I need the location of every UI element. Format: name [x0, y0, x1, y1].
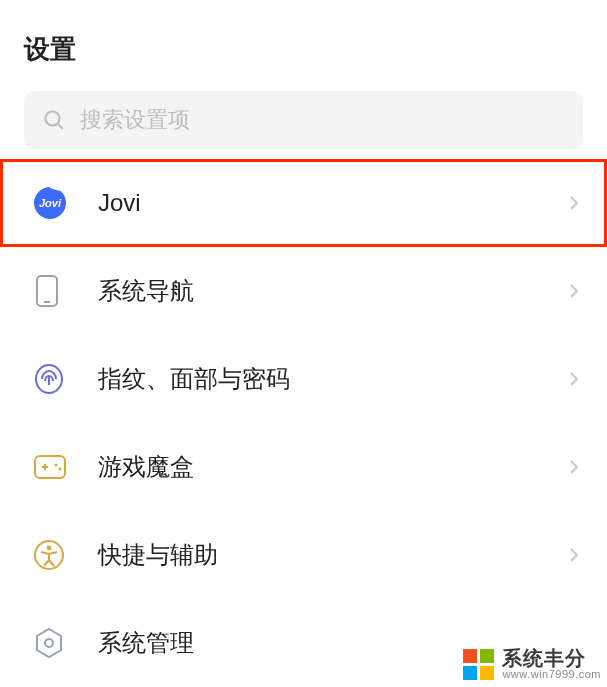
- chevron-right-icon: [565, 282, 583, 300]
- settings-item-jovi[interactable]: Jovi Jovi: [0, 159, 607, 247]
- settings-item-label: 指纹、面部与密码: [98, 363, 565, 395]
- settings-item-fingerprint-face-password[interactable]: 指纹、面部与密码: [0, 335, 607, 423]
- game-box-icon: [32, 453, 72, 481]
- settings-item-label: 系统导航: [98, 275, 565, 307]
- page-title: 设置: [0, 0, 607, 91]
- watermark-logo-icon: [463, 649, 494, 680]
- watermark-sub: www.win7999.com: [502, 669, 601, 681]
- chevron-right-icon: [565, 546, 583, 564]
- settings-item-label: Jovi: [98, 189, 565, 217]
- jovi-icon: Jovi: [32, 185, 72, 221]
- settings-item-game-box[interactable]: 游戏魔盒: [0, 423, 607, 511]
- chevron-right-icon: [565, 194, 583, 212]
- watermark: 系统丰分 www.win7999.com: [463, 648, 601, 681]
- phone-nav-icon: [32, 273, 72, 309]
- chevron-right-icon: [565, 458, 583, 476]
- accessibility-icon: [32, 538, 72, 572]
- settings-item-shortcut-accessibility[interactable]: 快捷与辅助: [0, 511, 607, 599]
- svg-point-13: [47, 546, 52, 551]
- svg-point-15: [45, 639, 53, 647]
- svg-point-0: [46, 112, 60, 126]
- settings-item-system-navigation[interactable]: 系统导航: [0, 247, 607, 335]
- settings-item-label: 快捷与辅助: [98, 539, 565, 571]
- svg-line-1: [58, 124, 63, 129]
- svg-marker-14: [37, 629, 61, 657]
- settings-list: Jovi Jovi 系统导航: [0, 159, 607, 687]
- search-icon: [42, 108, 66, 132]
- system-management-icon: [32, 626, 72, 660]
- search-placeholder: 搜索设置项: [80, 105, 190, 135]
- fingerprint-icon: [32, 362, 72, 396]
- chevron-right-icon: [565, 370, 583, 388]
- svg-point-10: [54, 463, 57, 466]
- search-input[interactable]: 搜索设置项: [24, 91, 583, 149]
- settings-item-label: 游戏魔盒: [98, 451, 565, 483]
- svg-rect-7: [35, 456, 65, 478]
- svg-text:Jovi: Jovi: [39, 197, 62, 209]
- watermark-main: 系统丰分: [502, 648, 601, 669]
- svg-point-11: [58, 467, 61, 470]
